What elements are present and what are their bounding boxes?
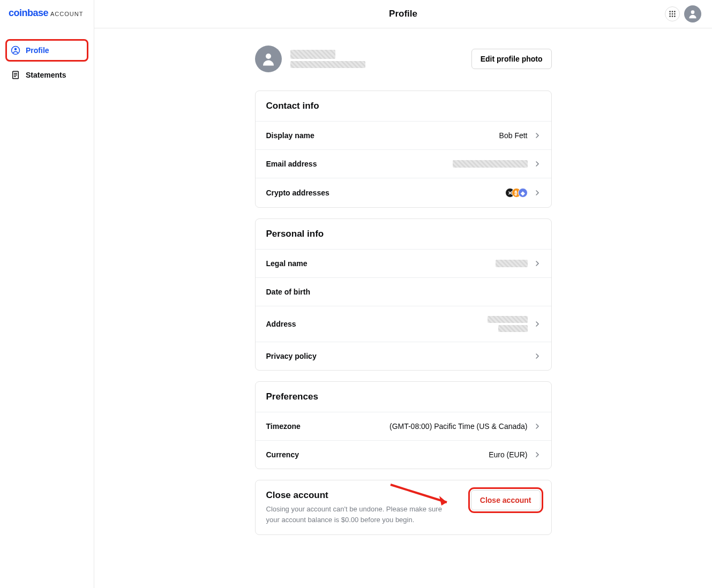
personal-info-card: Personal info Legal name Date of birth A… [255,218,552,371]
apps-menu-button[interactable] [665,6,680,21]
main-content: Edit profile photo Contact info Display … [94,28,712,588]
card-title: Personal info [256,219,551,249]
preferences-card: Preferences Timezone (GMT-08:00) Pacific… [255,381,552,469]
svg-point-12 [669,16,671,17]
ethereum-icon: ◆ [518,188,528,198]
crypto-icons: ✕ ₿ ◆ [505,188,528,198]
row-label: Display name [266,131,314,140]
address-row[interactable]: Address [256,306,551,342]
row-value: (GMT-08:00) Pacific Time (US & Canada) [389,422,528,431]
svg-point-9 [669,13,671,15]
row-label: Email address [266,160,317,168]
sidebar-item-label: Statements [26,71,66,79]
row-label: Privacy policy [266,352,317,360]
person-icon [11,46,20,55]
chevron-right-icon [534,260,541,267]
legal-name-row[interactable]: Legal name [256,249,551,277]
address-line-2-redacted [498,325,528,332]
document-icon [11,70,20,80]
privacy-policy-row[interactable]: Privacy policy [256,342,551,370]
card-title: Contact info [256,91,551,121]
chevron-right-icon [534,321,541,327]
apps-grid-icon [669,10,676,18]
svg-point-16 [266,54,271,59]
svg-point-14 [674,16,676,17]
brand[interactable]: coinbase ACCOUNT [6,7,87,19]
close-account-description: Closing your account can't be undone. Pl… [266,504,448,525]
close-account-title: Close account [266,490,448,501]
close-account-button[interactable]: Close account [471,490,541,510]
currency-row[interactable]: Currency Euro (EUR) [256,440,551,469]
row-label: Address [266,320,296,328]
page-title: Profile [389,9,417,19]
profile-name-redacted [290,50,335,59]
svg-point-8 [674,11,676,12]
address-line-1-redacted [488,316,528,323]
timezone-row[interactable]: Timezone (GMT-08:00) Pacific Time (US & … [256,412,551,440]
card-title: Preferences [256,382,551,412]
profile-email-redacted [290,61,365,68]
svg-point-7 [672,11,673,12]
svg-point-10 [672,13,673,15]
sidebar: coinbase ACCOUNT Profile Statements [0,0,94,588]
edit-profile-photo-button[interactable]: Edit profile photo [471,49,552,69]
page-header: Profile [94,0,712,28]
date-of-birth-row[interactable]: Date of birth [256,277,551,306]
chevron-right-icon [534,423,541,429]
row-label: Crypto addresses [266,189,329,197]
avatar-icon [687,9,698,19]
row-label: Timezone [266,422,301,431]
legal-name-value-redacted [496,260,528,267]
sidebar-item-statements[interactable]: Statements [6,65,87,85]
brand-main: coinbase [9,7,48,19]
chevron-right-icon [534,132,541,139]
row-label: Date of birth [266,288,310,296]
chevron-right-icon [534,161,541,167]
avatar-icon [260,51,276,67]
user-avatar-button[interactable] [684,5,701,22]
svg-point-13 [672,16,673,17]
sidebar-item-profile[interactable]: Profile [6,40,87,61]
crypto-addresses-row[interactable]: Crypto addresses ✕ ₿ ◆ [256,178,551,207]
email-row[interactable]: Email address [256,149,551,178]
brand-sub: ACCOUNT [50,11,83,17]
display-name-row[interactable]: Display name Bob Fett [256,121,551,149]
chevron-right-icon [534,190,541,196]
email-value-redacted [453,160,528,168]
row-value: Euro (EUR) [489,450,527,459]
chevron-right-icon [534,353,541,359]
svg-point-6 [669,11,671,12]
chevron-right-icon [534,451,541,458]
sidebar-item-label: Profile [26,46,49,55]
svg-point-1 [14,48,17,51]
svg-point-15 [691,10,695,14]
row-label: Currency [266,450,299,459]
profile-header: Edit profile photo [255,46,552,72]
row-label: Legal name [266,259,308,268]
close-account-card: Close account Closing your account can't… [255,480,552,535]
profile-avatar [255,46,282,72]
svg-point-11 [674,13,676,15]
row-value: Bob Fett [499,131,528,140]
contact-info-card: Contact info Display name Bob Fett Email… [255,91,552,208]
